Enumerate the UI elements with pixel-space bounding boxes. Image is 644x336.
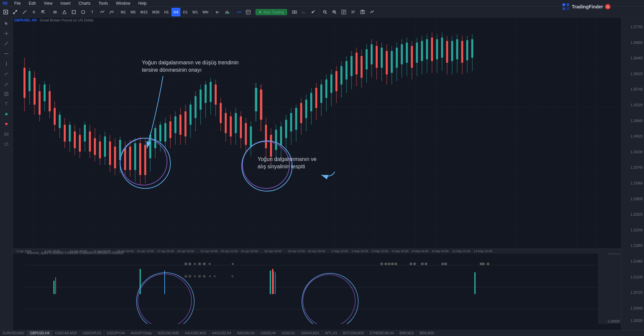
template-btn[interactable] xyxy=(244,8,253,16)
zoom-out-btn[interactable] xyxy=(321,8,329,16)
indicator-btn[interactable] xyxy=(234,8,243,16)
svg-rect-146 xyxy=(195,96,197,118)
data-window-btn[interactable] xyxy=(339,8,348,16)
svg-marker-33 xyxy=(259,11,262,13)
tf-mn[interactable]: MN xyxy=(201,8,210,16)
screenshot-btn[interactable] xyxy=(358,8,367,16)
svg-rect-284 xyxy=(270,271,271,294)
drawing-btn7[interactable] xyxy=(107,8,116,16)
chart-type-btn[interactable] xyxy=(213,8,222,16)
indicator-area[interactable]: extreme_spike 0.000000 0.000000 0.000000… xyxy=(25,250,621,324)
algo-trading-btn[interactable]: Algo Trading xyxy=(256,9,287,15)
text-tool[interactable]: T xyxy=(2,99,11,109)
new-chart-btn[interactable] xyxy=(1,8,10,16)
sep3 xyxy=(212,9,212,15)
arrow-btn[interactable] xyxy=(39,8,48,16)
gann-tool[interactable] xyxy=(2,89,11,99)
tab-bnb[interactable]: BNB,M15 xyxy=(397,330,417,336)
svg-rect-148 xyxy=(200,90,202,110)
drawing-btn5[interactable]: T xyxy=(88,8,97,16)
tab-audjpy[interactable]: AUDJPY,Daily xyxy=(128,330,155,336)
menu-help[interactable]: Help xyxy=(137,0,148,6)
notifications[interactable]: 41 xyxy=(605,4,610,9)
menu-insert[interactable]: Insert xyxy=(59,0,72,6)
depth-btn[interactable] xyxy=(290,8,299,16)
arrow-up-tool[interactable] xyxy=(2,109,11,119)
menu-charts[interactable]: Charts xyxy=(77,0,92,6)
tab-xagusd[interactable]: XAGUSD,H4 xyxy=(209,330,234,336)
svg-rect-236 xyxy=(421,41,423,61)
line-tool-btn[interactable] xyxy=(20,8,29,16)
main-chart-canvas[interactable]: Yoğun dalgalanmanın ve düşüş trendinin t… xyxy=(13,17,621,253)
drawing-btn1[interactable] xyxy=(51,8,59,16)
tf-h4[interactable]: H4 xyxy=(171,8,180,16)
chart-container[interactable]: GBPUSD, H4 Great Britain Pound vs US Dol… xyxy=(13,17,644,330)
menu-edit[interactable]: Edit xyxy=(28,0,37,6)
svg-rect-152 xyxy=(210,82,212,102)
tab-us500[interactable]: US500,H4 xyxy=(258,330,279,336)
svg-rect-100 xyxy=(79,135,81,152)
tf-w1[interactable]: W1 xyxy=(191,8,200,16)
crosshair-tool[interactable] xyxy=(2,29,11,38)
menu-file[interactable]: File xyxy=(13,0,22,6)
menu-tools[interactable]: Tools xyxy=(97,0,109,6)
tab-xauusd[interactable]: XAUUSD,M15 xyxy=(182,330,209,336)
tf-m30[interactable]: M30 xyxy=(150,8,161,16)
zoom-fit-btn[interactable] xyxy=(11,8,19,16)
tab-ger40[interactable]: GER40,M15 xyxy=(298,330,322,336)
drawing-btn4[interactable] xyxy=(79,8,88,16)
drawing-btn6[interactable] xyxy=(98,8,106,16)
svg-rect-174 xyxy=(265,125,267,148)
tab-us30[interactable]: US30,H1 xyxy=(279,330,298,336)
tab-gbpusd[interactable]: GBPUSD,H4 xyxy=(27,330,52,336)
hline-tool[interactable] xyxy=(2,49,11,58)
tab-eurusd[interactable]: EURUSD,M30 xyxy=(0,330,27,336)
tf-m15[interactable]: M15 xyxy=(139,8,150,16)
price-1.222: 1.22240 xyxy=(631,228,643,232)
svg-rect-144 xyxy=(190,105,192,125)
arrow-down-tool[interactable] xyxy=(2,119,11,129)
ellipse-tool[interactable] xyxy=(2,139,11,149)
menu-view[interactable]: View xyxy=(43,0,54,6)
tf-d1[interactable]: D1 xyxy=(181,8,190,16)
svg-line-63 xyxy=(5,83,8,85)
tab-bitcoin[interactable]: BITCOIN,M30 xyxy=(340,330,367,336)
strategy-btn[interactable] xyxy=(368,8,376,16)
channel-tool[interactable] xyxy=(2,79,11,89)
tf-m1[interactable]: M1 xyxy=(119,8,128,16)
vline-tool[interactable] xyxy=(2,59,11,68)
tf-h1[interactable]: H1 xyxy=(162,8,171,16)
tab-usdchf[interactable]: USDCHF,H1 xyxy=(80,330,104,336)
svg-rect-106 xyxy=(94,138,96,155)
menu-window[interactable]: Window xyxy=(115,0,132,6)
svg-rect-126 xyxy=(144,145,146,175)
svg-point-268 xyxy=(214,275,216,277)
svg-rect-142 xyxy=(184,111,186,136)
cursor-tool[interactable] xyxy=(2,19,11,28)
svg-rect-194 xyxy=(315,88,317,108)
drawing-btn3[interactable] xyxy=(69,8,78,16)
tf-m5[interactable]: M5 xyxy=(128,8,138,16)
tab-brn[interactable]: BRN,M30 xyxy=(417,330,437,336)
fib-tool[interactable] xyxy=(2,69,11,78)
tab-usdcad[interactable]: USDCAD,M30 xyxy=(52,330,79,336)
chart-grid-btn[interactable] xyxy=(309,8,318,16)
svg-rect-71 xyxy=(5,133,8,135)
drawing-btn2[interactable] xyxy=(60,8,69,16)
line-tool[interactable] xyxy=(2,39,11,48)
svg-rect-216 xyxy=(371,44,373,64)
ticks-btn[interactable]: ↑↓ xyxy=(300,8,308,16)
svg-point-291 xyxy=(184,263,187,265)
tab-nzdcad[interactable]: NZDCAD,M30 xyxy=(155,330,182,336)
bottom-tabs: EURUSD,M30 GBPUSD,H4 USDCAD,M30 USDCHF,H… xyxy=(0,330,644,336)
bar-chart-btn[interactable] xyxy=(223,8,231,16)
cursor-btn[interactable] xyxy=(30,8,38,16)
rectangle-tool[interactable] xyxy=(2,129,11,139)
logo-area: TradingFinder 41 xyxy=(562,3,610,11)
tab-wtl[interactable]: WTL,H1 xyxy=(322,330,340,336)
tab-ethereum[interactable]: ETHEREUM,H4 xyxy=(367,330,397,336)
zoom-in-btn[interactable] xyxy=(330,8,339,16)
objects-btn[interactable] xyxy=(349,8,358,16)
tab-nas100[interactable]: NAS100,H4 xyxy=(234,330,258,336)
tab-usdjpy[interactable]: USDJPY,H4 xyxy=(104,330,128,336)
